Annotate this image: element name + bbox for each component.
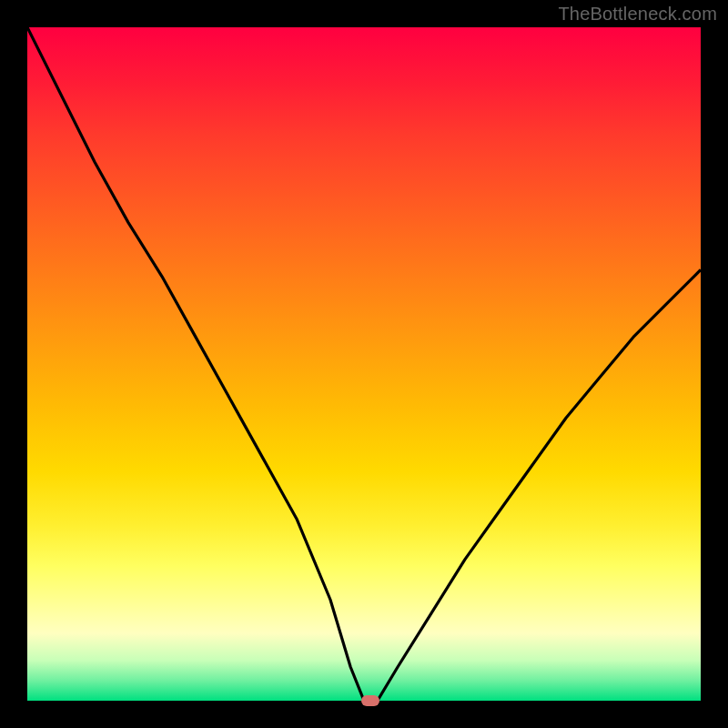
watermark-text: TheBottleneck.com [558,4,717,25]
chart-gradient-area [27,27,701,701]
chart-frame: TheBottleneck.com [0,0,728,728]
marker-dot [361,695,379,706]
